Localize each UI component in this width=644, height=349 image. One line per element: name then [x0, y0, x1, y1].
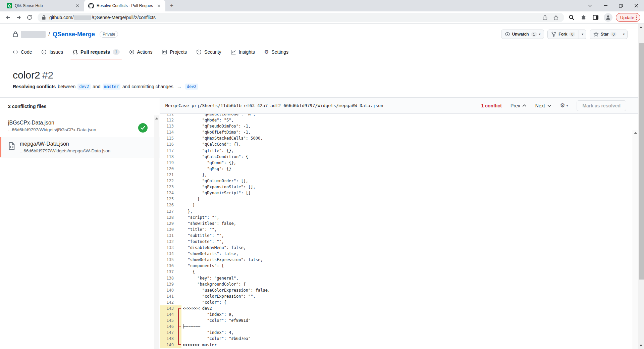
tab-security[interactable]: Security [192, 45, 226, 59]
file-item-resolved[interactable]: jBGsCPx-Data.json ...66d6bfd9797/Widgets… [0, 115, 160, 137]
back-icon[interactable] [3, 13, 13, 22]
code-line[interactable]: 115 "qMaxStackedCells": 5000, [160, 135, 638, 141]
code-line[interactable]: 135 "showDetailsExpression": false, [160, 257, 638, 263]
code-line[interactable]: 133 "disableNavMenu": false, [160, 245, 638, 251]
close-window-button[interactable] [629, 0, 644, 11]
code-line[interactable]: 138 "key": "general", [160, 275, 638, 281]
fork-dropdown-button[interactable]: ▾ [579, 30, 586, 39]
code-line[interactable]: 117 "qTitle": {}, [160, 148, 638, 154]
line-number: 122 [160, 178, 176, 184]
search-lens-icon[interactable] [567, 13, 576, 22]
tab-issues[interactable]: Issues [37, 45, 67, 59]
page-scrollbar[interactable] [638, 24, 644, 349]
code-line[interactable]: 113 "qPseudoDimPos": -1, [160, 123, 638, 129]
tab-qlik-sense-hub[interactable]: Q Qlik Sense Hub [3, 0, 84, 11]
code-line[interactable]: 149>>>>>>> master [160, 342, 638, 348]
code-line[interactable]: 120 "qMsg": {} [160, 166, 638, 172]
code-line[interactable]: 131 "subtitle": "", [160, 233, 638, 239]
restore-button[interactable] [613, 0, 629, 11]
editor-settings-button[interactable]: ⚙ ▾ [560, 102, 568, 109]
pr-number: #2 [42, 69, 53, 81]
sidebar-scrollbar[interactable] [154, 115, 159, 349]
tab-pull-requests[interactable]: Pull requests 1 [68, 45, 124, 59]
minimize-button[interactable] [598, 0, 613, 11]
tab-settings[interactable]: ⚙ Settings [260, 45, 293, 59]
code-line[interactable]: 118 "qCalcCondition": { [160, 154, 638, 160]
code-line[interactable]: 134 "showDetails": false, [160, 251, 638, 257]
editor-body[interactable]: 111 "qReductionMode": "N",112 "qMode": "… [160, 114, 638, 349]
scrollbar-thumb[interactable] [639, 43, 644, 280]
reload-icon[interactable] [25, 13, 34, 22]
tab-actions[interactable]: Actions [124, 45, 157, 59]
code-line[interactable]: 122 "qColumnOrder": [], [160, 178, 638, 184]
code-line[interactable]: 143<<<<<<< dev2 [160, 305, 638, 311]
next-conflict-button[interactable]: Next [535, 103, 551, 108]
gutter-strip [176, 178, 181, 184]
code-line[interactable]: 145 "color": "#f8981d" [160, 317, 638, 323]
pr-name: color2 [13, 69, 40, 81]
code-line[interactable]: 144 "index": 9, [160, 311, 638, 317]
code-line[interactable]: 116 "qCalcCond": {}, [160, 141, 638, 147]
code-line[interactable]: 147 "index": 4, [160, 330, 638, 336]
bookmark-star-icon[interactable] [551, 13, 560, 22]
code-line[interactable]: 146======= [160, 323, 638, 330]
code-line[interactable]: 132 "footnote": "", [160, 239, 638, 245]
code-line[interactable]: 128 "script": "", [160, 214, 638, 220]
fork-button[interactable]: Fork 0 [547, 30, 579, 39]
code-line[interactable]: 121 }, [160, 172, 638, 178]
share-icon[interactable] [541, 13, 549, 22]
editor-scrollbar[interactable] [633, 130, 638, 349]
scroll-up-arrow-icon[interactable] [634, 132, 637, 134]
mark-as-resolved-button[interactable]: Mark as resolved [577, 100, 626, 111]
repo-name-link[interactable]: QSense-Merge [53, 31, 95, 38]
branch-badge-dev2: dev2 [77, 84, 91, 90]
chrome-update-button[interactable]: Update [616, 13, 640, 22]
code-line[interactable]: 142 "color": { [160, 299, 638, 305]
code-line[interactable]: 123 "qExpansionState": [], [160, 184, 638, 190]
code-line[interactable]: 112 "qMode": "S", [160, 117, 638, 123]
code-line[interactable]: 126 } [160, 202, 638, 208]
scroll-up-arrow-icon[interactable] [155, 117, 158, 119]
prev-conflict-button[interactable]: Prev [511, 103, 527, 108]
code-text: "color": "#f8981d" [181, 317, 251, 323]
code-line[interactable]: 124 "qDynamicScript": [] [160, 190, 638, 196]
file-item-selected[interactable]: mepgaAW-Data.json ...66d6bfd9797/Widgets… [0, 137, 160, 157]
scroll-up-arrow-icon[interactable] [640, 26, 642, 28]
code-text: "useColorExpression": false, [181, 287, 270, 293]
repo-owner-redacted[interactable] [21, 31, 46, 38]
code-line[interactable]: 137 { [160, 269, 638, 275]
side-panel-icon[interactable] [591, 13, 600, 22]
tab-close-icon[interactable] [74, 3, 80, 9]
code-line[interactable]: 111 "qReductionMode": "N", [160, 114, 638, 117]
tab-resolve-conflicts[interactable]: Resolve Conflicts · Pull Request # [84, 0, 165, 11]
code-text: "qCond": {}, [181, 160, 236, 166]
code-line[interactable]: 127 }, [160, 208, 638, 214]
star-button[interactable]: Star 0 [590, 30, 620, 39]
code-line[interactable]: 129 "showTitles": false, [160, 220, 638, 227]
tab-projects[interactable]: Projects [157, 45, 192, 59]
code-line[interactable]: 114 "qNoOfLeftDims": -1, [160, 129, 638, 135]
star-dropdown-button[interactable]: ▾ [620, 30, 628, 39]
code-line[interactable]: 141 "colorExpression": "", [160, 293, 638, 299]
code-line[interactable]: 130 "title": "", [160, 227, 638, 233]
line-number: 115 [160, 135, 176, 141]
chevron-down-icon: ▾ [623, 33, 625, 36]
code-line[interactable]: 139 "backgroundColor": { [160, 281, 638, 287]
code-line[interactable]: 119 "qCond": {}, [160, 160, 638, 166]
code-line[interactable]: 140 "useColorExpression": false, [160, 287, 638, 293]
code-line[interactable]: 148 "color": "#b6d7ea" [160, 336, 638, 342]
tab-search-icon[interactable] [582, 0, 598, 11]
extensions-puzzle-icon[interactable] [579, 13, 588, 22]
new-tab-button[interactable]: + [167, 1, 176, 10]
scroll-down-arrow-icon[interactable] [640, 345, 642, 347]
code-line[interactable]: 136 "components": [ [160, 263, 638, 269]
forward-icon[interactable] [14, 13, 23, 22]
tab-close-icon[interactable] [156, 3, 162, 9]
address-bar[interactable]: github.com/ /QSense-Merge/pull/2/conflic… [38, 13, 564, 22]
gutter-strip [176, 114, 181, 117]
unwatch-button[interactable]: Unwatch 1 ▾ [501, 30, 544, 39]
profile-avatar[interactable] [604, 13, 612, 22]
tab-insights[interactable]: Insights [226, 45, 260, 59]
code-line[interactable]: 125 } [160, 196, 638, 202]
tab-code[interactable]: Code [8, 45, 37, 59]
